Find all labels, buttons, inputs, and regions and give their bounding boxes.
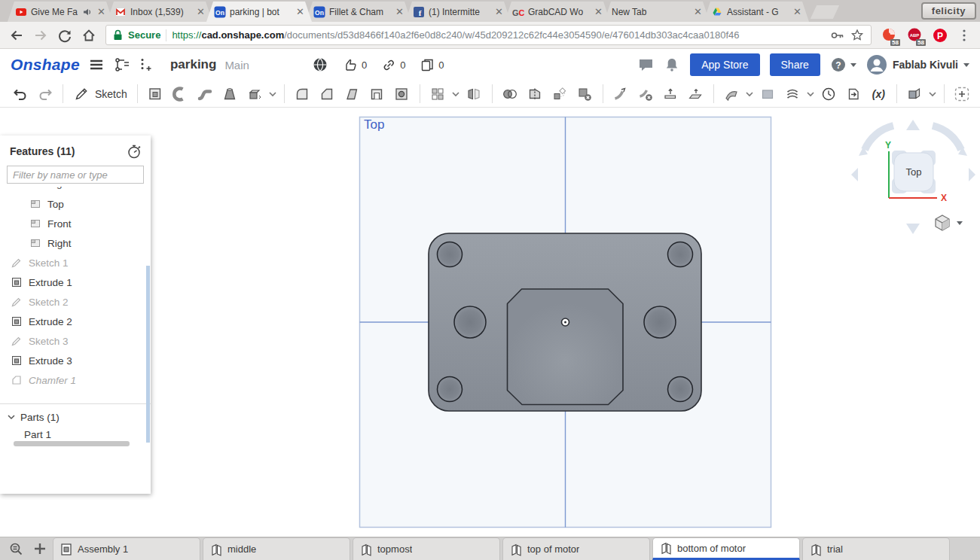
- transform-icon[interactable]: [548, 83, 572, 105]
- chevron-down-icon[interactable]: [267, 83, 279, 105]
- helix-icon[interactable]: [780, 83, 805, 105]
- sketch-label[interactable]: Sketch: [95, 88, 127, 100]
- feature-plane-front[interactable]: Front: [0, 214, 151, 233]
- insert-custom-feature-icon[interactable]: [950, 83, 975, 105]
- feature-list-horizontal-scrollbar[interactable]: [14, 441, 130, 446]
- browser-menu-icon[interactable]: [957, 28, 971, 43]
- sketch-icon[interactable]: [69, 83, 93, 105]
- doc-tab-top-of-motor[interactable]: top of motor: [502, 537, 650, 560]
- mirror-icon[interactable]: [462, 83, 487, 105]
- side-hole[interactable]: [454, 306, 486, 338]
- bookmark-star-icon[interactable]: [850, 29, 864, 42]
- likes-count[interactable]: 0: [343, 57, 367, 72]
- notifications-bell-icon[interactable]: [664, 56, 680, 73]
- tab-close-icon[interactable]: ✕: [692, 6, 704, 17]
- browser-tab-fillet[interactable]: On Fillet & Cham ✕: [306, 2, 411, 22]
- move-face-icon[interactable]: [609, 83, 633, 105]
- new-tab-button[interactable]: [811, 5, 839, 19]
- thicken-icon[interactable]: [243, 83, 267, 105]
- browser-tab-assistant[interactable]: Assistant - G ✕: [704, 2, 809, 22]
- corner-hole[interactable]: [438, 377, 463, 402]
- view-mode-selector[interactable]: [934, 213, 978, 233]
- comments-icon[interactable]: [637, 56, 654, 73]
- browser-tab-parking-active[interactable]: On parking | bot ✕: [206, 2, 312, 22]
- tab-close-icon[interactable]: ✕: [493, 6, 505, 17]
- delete-part-icon[interactable]: [572, 83, 597, 105]
- feature-extrude-1[interactable]: Extrude 1: [0, 272, 151, 292]
- refresh-icon[interactable]: [57, 28, 72, 43]
- delete-face-icon[interactable]: [633, 83, 658, 105]
- browser-tab-gmail[interactable]: Inbox (1,539) ✕: [107, 2, 212, 22]
- chevron-down-icon[interactable]: [927, 83, 939, 105]
- home-icon[interactable]: [81, 28, 96, 43]
- redo-icon[interactable]: [32, 83, 57, 105]
- tab-close-icon[interactable]: ✕: [295, 6, 306, 17]
- chevron-down-icon[interactable]: [805, 83, 817, 105]
- tab-close-icon[interactable]: ✕: [394, 6, 405, 17]
- tab-audio-icon[interactable]: [83, 8, 92, 17]
- address-bar[interactable]: Secure https://cad.onshape.com/documents…: [105, 25, 872, 45]
- corner-hole[interactable]: [438, 242, 463, 267]
- user-menu[interactable]: Fablab Kivuli: [866, 54, 969, 75]
- feature-origin-clipped[interactable]: Origin: [0, 187, 151, 194]
- feature-plane-right[interactable]: Right: [0, 233, 151, 253]
- doc-tab-topmost[interactable]: topmost: [353, 537, 500, 560]
- feature-extrude-2[interactable]: Extrude 2: [0, 312, 151, 331]
- workspace-name[interactable]: Main: [224, 59, 249, 72]
- adblock-extension-icon[interactable]: ABP58: [906, 27, 923, 44]
- fillet-icon[interactable]: [290, 83, 315, 105]
- plane-label[interactable]: Top: [364, 117, 384, 132]
- part-list-item[interactable]: Part 1: [0, 423, 151, 440]
- browser-tab-youtube[interactable]: Give Me Fa ✕: [8, 2, 113, 22]
- parts-section-header[interactable]: Parts (1): [0, 404, 151, 423]
- onshape-logo[interactable]: Onshape: [11, 56, 80, 74]
- browser-tab-grabcad[interactable]: GC GrabCAD Wo ✕: [505, 2, 610, 22]
- add-element-icon[interactable]: [30, 539, 50, 558]
- share-button[interactable]: Share: [770, 53, 820, 76]
- rotate-right-arrow[interactable]: [969, 168, 975, 181]
- session-extension-icon[interactable]: 58: [881, 27, 897, 44]
- main-menu-icon[interactable]: [88, 56, 105, 73]
- center-boss[interactable]: [508, 289, 624, 405]
- tab-close-icon[interactable]: ✕: [593, 6, 604, 17]
- chevron-down-icon[interactable]: [744, 83, 756, 105]
- composite-part-icon[interactable]: [902, 83, 927, 105]
- loft-icon[interactable]: [218, 83, 243, 105]
- chamfer-icon[interactable]: [315, 83, 340, 105]
- rotate-cw-arrow[interactable]: [933, 126, 961, 150]
- feature-chamfer-1[interactable]: Chamfer 1: [0, 370, 151, 390]
- side-hole[interactable]: [644, 306, 676, 338]
- back-icon[interactable]: [9, 28, 24, 43]
- rotate-up-arrow[interactable]: [906, 120, 920, 130]
- doc-tab-middle[interactable]: middle: [203, 537, 350, 560]
- corner-hole[interactable]: [668, 242, 693, 267]
- feature-list-vertical-scrollbar[interactable]: [146, 266, 150, 443]
- undo-icon[interactable]: [8, 83, 32, 105]
- view-cube-face-top[interactable]: Top: [892, 151, 936, 193]
- extrude-icon[interactable]: [143, 83, 168, 105]
- app-store-button[interactable]: App Store: [690, 53, 759, 76]
- document-title[interactable]: parking: [170, 57, 216, 72]
- pinterest-extension-icon[interactable]: P: [932, 27, 948, 44]
- fill-surface-icon[interactable]: [719, 83, 744, 105]
- replace-face-icon[interactable]: [658, 83, 683, 105]
- rotate-left-arrow[interactable]: [851, 168, 858, 181]
- versions-icon[interactable]: [113, 56, 130, 73]
- feature-filter-input[interactable]: [7, 166, 144, 184]
- doc-tab-trial[interactable]: trial: [802, 537, 950, 560]
- feature-plane-top[interactable]: Top: [0, 194, 151, 214]
- linear-pattern-icon[interactable]: [426, 83, 450, 105]
- feature-extrude-3[interactable]: Extrude 3: [0, 351, 151, 370]
- browser-tab-newtab[interactable]: New Tab ✕: [604, 2, 710, 22]
- split-icon[interactable]: [523, 83, 548, 105]
- boolean-icon[interactable]: [498, 83, 523, 105]
- copies-count[interactable]: 0: [420, 57, 444, 72]
- chevron-down-icon[interactable]: [450, 83, 462, 105]
- shell-icon[interactable]: [365, 83, 389, 105]
- plane-icon[interactable]: [756, 83, 780, 105]
- graphics-viewport[interactable]: Top Top Y X: [0, 108, 980, 537]
- import-icon[interactable]: [841, 83, 866, 105]
- key-icon[interactable]: [830, 29, 845, 41]
- corner-hole[interactable]: [668, 377, 693, 402]
- rotate-down-arrow[interactable]: [906, 224, 920, 234]
